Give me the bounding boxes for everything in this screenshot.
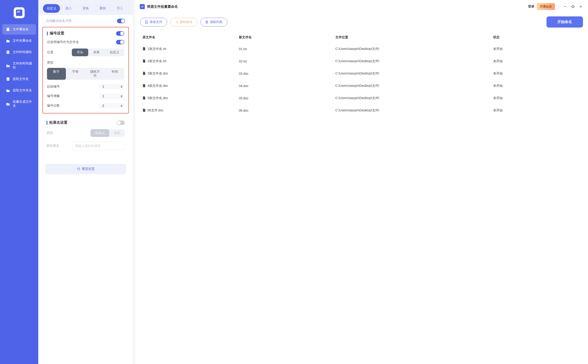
svg-rect-9 — [206, 21, 208, 23]
maximize-button[interactable] — [570, 4, 576, 9]
settings-panel: 自定义 插入 替换 删除 导入 自动解决命名冲突 编号设置 仅使用编号作为文件名… — [38, 0, 133, 364]
file-icon — [143, 108, 146, 112]
file-location: C:\Users\xiaoyin\Desktop\文件\ — [335, 108, 379, 112]
nav-label: 提取文件名 — [13, 77, 29, 81]
table-header: 原文件名 新文件名 文件位置 状态 — [140, 32, 583, 43]
nav-extract-filename[interactable]: 提取文件名 — [2, 74, 36, 84]
file-location: C:\Users\xiaoyin\Desktop\文件\ — [335, 47, 379, 51]
app-title: 简鹿文件批量重命名 — [147, 5, 178, 9]
only-number-label: 仅使用编号作为文件名 — [47, 40, 79, 44]
stepper-down-icon[interactable] — [121, 96, 122, 98]
undo-button[interactable]: 撤销修改 — [170, 18, 197, 26]
clear-button[interactable]: 清除列表 — [200, 18, 227, 26]
ext-section: 拓展名设置 类型 自定义 替换 新拓展名 — [42, 117, 129, 159]
ext-section-title: 拓展名设置 — [46, 120, 67, 125]
new-name: 06.doc — [239, 109, 249, 112]
start-button[interactable]: 开始命名 — [547, 16, 583, 27]
stepper-up-icon[interactable] — [121, 104, 122, 106]
table-row[interactable]: 2新文件名.txt02.txtC:\Users\xiaoyin\Desktop\… — [140, 55, 583, 67]
extract-folder-icon — [6, 88, 10, 92]
status: 未开始 — [493, 84, 503, 87]
status: 未开始 — [493, 72, 503, 75]
close-button[interactable] — [578, 4, 583, 9]
main-panel: aA 简鹿文件批量重命名 登录 开通会员 添加文件 撤销修改 清除列表 — [135, 0, 588, 364]
table-row[interactable]: 3新文件名.doc03.docC:\Users\xiaoyin\Desktop\… — [140, 67, 583, 80]
sidebar: 文件重命名 文件夹重命名 文件时间属性 文件夹时间属性 提取文件名 提取文件夹名… — [0, 0, 38, 364]
nav-label: 文件时间属性 — [13, 50, 32, 54]
nav-extract-foldername[interactable]: 提取文件夹名 — [2, 85, 36, 96]
stepper-up-icon[interactable] — [121, 85, 122, 87]
ext-toggle[interactable] — [117, 121, 125, 125]
stepper-down-icon[interactable] — [121, 106, 122, 107]
original-name: 06文件.doc — [147, 108, 164, 112]
clear-icon — [205, 20, 208, 24]
status: 未开始 — [493, 59, 503, 63]
stepper-down-icon[interactable] — [121, 87, 122, 88]
folder-icon — [6, 39, 10, 43]
nav-folder-time[interactable]: 文件夹时间属性 — [2, 58, 36, 73]
original-name: 3新文件名.doc — [147, 72, 168, 76]
nav-folder-rename[interactable]: 文件夹重命名 — [2, 36, 36, 46]
tab-insert[interactable]: 插入 — [60, 4, 77, 13]
add-file-label: 添加文件 — [150, 20, 162, 24]
minimize-button[interactable] — [562, 4, 568, 9]
login-link[interactable]: 登录 — [528, 5, 535, 9]
add-file-button[interactable]: 添加文件 — [140, 18, 167, 26]
divider — [559, 5, 559, 9]
start-number-input[interactable]: 1 — [99, 84, 124, 89]
tab-custom[interactable]: 自定义 — [43, 4, 60, 13]
auto-resolve-toggle[interactable] — [117, 19, 125, 23]
position-custom[interactable]: 自定义 — [105, 49, 124, 56]
type-number[interactable]: 数字 — [47, 68, 66, 80]
stepper-up-icon[interactable] — [121, 95, 122, 96]
add-file-icon — [145, 20, 148, 24]
type-time[interactable]: 时间 — [105, 68, 124, 80]
ext-type-custom[interactable]: 自定义 — [91, 129, 109, 137]
svg-rect-2 — [7, 51, 9, 54]
new-ext-input[interactable] — [72, 142, 125, 150]
increment-input[interactable]: 1 — [99, 93, 124, 99]
svg-rect-0 — [7, 28, 9, 31]
add-folder-icon — [6, 102, 10, 106]
nav-label: 批量生成文件夹 — [13, 100, 32, 108]
clock-file-icon — [6, 50, 10, 54]
position-segment: 开头 末尾 自定义 — [72, 49, 124, 56]
table-row[interactable]: 5新文件名.doc05.docC:\Users\xiaoyin\Desktop\… — [140, 92, 583, 104]
tab-replace[interactable]: 替换 — [77, 4, 94, 13]
nav-file-time[interactable]: 文件时间属性 — [2, 47, 36, 57]
nav-file-rename[interactable]: 文件重命名 — [2, 24, 36, 35]
table-row[interactable]: 4新文件名.doc04.docC:\Users\xiaoyin\Desktop\… — [140, 80, 583, 92]
refresh-icon — [77, 167, 80, 171]
type-letter[interactable]: 字母 — [66, 68, 85, 80]
position-start[interactable]: 开头 — [72, 49, 88, 56]
file-icon — [6, 27, 10, 32]
increment-label: 编号增量 — [47, 94, 60, 98]
number-toggle[interactable] — [116, 31, 124, 36]
app-logo — [14, 7, 25, 18]
table-row[interactable]: 06文件.doc06.docC:\Users\xiaoyin\Desktop\文… — [140, 104, 583, 117]
type-random[interactable]: 随机字符 — [85, 68, 106, 80]
table-row[interactable]: 1新文件名.txt01.txtC:\Users\xiaoyin\Desktop\… — [140, 43, 583, 55]
file-location: C:\Users\xiaoyin\Desktop\文件\ — [335, 84, 379, 87]
vip-button[interactable]: 开通会员 — [537, 3, 555, 10]
ext-type-replace[interactable]: 替换 — [109, 129, 125, 137]
header-status: 状态 — [493, 35, 581, 39]
status: 未开始 — [493, 96, 503, 100]
clear-label: 清除列表 — [210, 20, 223, 24]
new-name: 04.doc — [239, 84, 249, 88]
position-end[interactable]: 末尾 — [88, 49, 105, 56]
tab-import[interactable]: 导入 — [111, 4, 128, 13]
file-icon — [143, 47, 146, 51]
digits-input[interactable]: 2 — [99, 103, 124, 108]
nav-batch-folder[interactable]: 批量生成文件夹 — [2, 97, 36, 111]
toolbar: 添加文件 撤销修改 清除列表 开始命名 — [135, 13, 588, 32]
clock-folder-icon — [6, 64, 10, 68]
tab-delete[interactable]: 删除 — [94, 4, 111, 13]
file-icon — [143, 72, 146, 75]
file-icon — [143, 84, 146, 87]
reset-button[interactable]: 重置设置 — [45, 164, 126, 174]
titlebar: aA 简鹿文件批量重命名 登录 开通会员 — [135, 0, 588, 13]
file-icon — [143, 96, 146, 100]
only-number-toggle[interactable] — [116, 40, 124, 45]
number-section: 编号设置 仅使用编号作为文件名 位置 开头 末尾 自定义 类型 数字 — [42, 27, 129, 113]
